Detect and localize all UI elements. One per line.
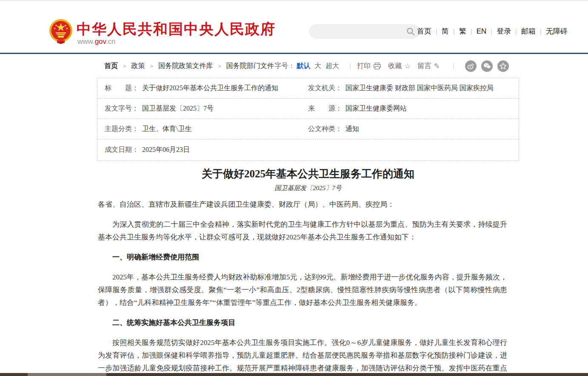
nav-mail[interactable]: 邮箱 bbox=[521, 26, 536, 36]
meta-row-docnum-source: 发文字号： 国卫基层发〔2025〕7号 来 源： 国家卫生健康委网站 bbox=[97, 99, 519, 119]
nav-separator: | bbox=[491, 28, 492, 35]
salutation-paragraph: 各省、自治区、直辖市及新疆生产建设兵团卫生健康委、财政厅（局）、中医药局、疾控局… bbox=[98, 198, 507, 211]
meta-doc-number-value: 国卫基层发〔2025〕7号 bbox=[142, 104, 214, 113]
breadcrumb-policy[interactable]: 政策 bbox=[131, 62, 145, 71]
meta-title-label: 标 题： bbox=[105, 84, 139, 93]
meta-row-category-type: 主题分类： 卫生、体育\卫生 公文种类： 通知 bbox=[97, 119, 519, 140]
meta-source-value: 国家卫生健康委网站 bbox=[345, 104, 407, 113]
favorite-label: 收藏 bbox=[388, 62, 402, 71]
section-paragraph-2: 按照相关服务规范切实做好2025年基本公共卫生服务项目实施工作。强化0～6岁儿童… bbox=[98, 336, 507, 376]
nav-accessibility[interactable]: 无障碍 bbox=[546, 26, 568, 36]
meta-source-label: 来 源： bbox=[308, 104, 342, 113]
document-meta-table: 标 题： 关于做好2025年基本公共卫生服务工作的通知 发文机关： 国家卫生健康… bbox=[97, 78, 519, 161]
font-size-label: 字号： bbox=[274, 62, 295, 71]
nav-separator: | bbox=[453, 28, 455, 35]
breadcrumb-policy-library[interactable]: 国务院政策文件库 bbox=[158, 62, 213, 71]
section-heading-2: 二、统筹实施好基本公共卫生服务项目 bbox=[98, 316, 507, 329]
document-body: 各省、自治区、直辖市及新疆生产建设兵团卫生健康委、财政厅（局）、中医药局、疾控局… bbox=[98, 198, 507, 376]
url-cn: .cn bbox=[106, 37, 116, 46]
meta-title-value: 关于做好2025年基本公共卫生服务工作的通知 bbox=[142, 84, 278, 93]
weibo-icon[interactable] bbox=[465, 60, 477, 72]
toolbar: 字号： 默认 大 超大 | 打印 收藏 ☆ 留言 bbox=[274, 60, 509, 72]
meta-row-date: 成文日期： 2025年06月23日 bbox=[97, 140, 519, 160]
nav-separator: | bbox=[436, 28, 437, 35]
printer-icon bbox=[373, 63, 381, 70]
document-title: 关于做好2025年基本公共卫生服务工作的通知 bbox=[97, 167, 519, 181]
footer-bar bbox=[0, 373, 588, 376]
search-box bbox=[309, 24, 420, 39]
scrollbar-thumb[interactable] bbox=[28, 373, 106, 376]
pencil-icon: ✎ bbox=[434, 62, 440, 71]
breadcrumb-toolbar-row: 首页 > 政策 > 国务院政策文件库 > 国务院部门文件 字号： 默认 大 超大… bbox=[97, 60, 519, 72]
document-number: 国卫基层发〔2025〕7号 bbox=[97, 184, 519, 192]
font-size-xlarge[interactable]: 超大 bbox=[325, 62, 339, 71]
url-www: www. bbox=[77, 37, 95, 46]
font-size-default[interactable]: 默认 bbox=[297, 62, 310, 71]
nav-separator: | bbox=[540, 28, 542, 35]
meta-issuing-agency-label: 发文机关： bbox=[308, 84, 342, 93]
top-nav: 首页| 简| 繁| EN| 登录| 邮箱| 无障碍 bbox=[417, 26, 568, 36]
comment-button[interactable]: 留言 ✎ bbox=[418, 62, 440, 71]
toolbar-divider: | bbox=[453, 62, 454, 70]
breadcrumb-home[interactable]: 首页 bbox=[104, 62, 118, 71]
search-input[interactable] bbox=[309, 25, 404, 38]
star-icon: ☆ bbox=[404, 62, 411, 71]
meta-date-label: 成文日期： bbox=[105, 145, 139, 154]
meta-issuing-agency-value: 国家卫生健康委 财政部 国家中医药局 国家疾控局 bbox=[345, 84, 494, 93]
print-label: 打印 bbox=[357, 62, 371, 71]
breadcrumb-separator: > bbox=[123, 63, 126, 69]
meta-doc-type-label: 公文种类： bbox=[308, 125, 342, 134]
site-title: 中华人民共和国中央人民政府 bbox=[77, 20, 276, 39]
breadcrumb-department-docs[interactable]: 国务院部门文件 bbox=[226, 62, 274, 71]
nav-login[interactable]: 登录 bbox=[497, 26, 511, 36]
section-heading-1: 一、明确新增经费使用范围 bbox=[98, 251, 507, 264]
search-icon[interactable] bbox=[404, 25, 417, 38]
nav-home[interactable]: 首页 bbox=[417, 26, 431, 36]
meta-doc-number-label: 发文字号： bbox=[105, 104, 139, 113]
breadcrumb-separator: > bbox=[218, 63, 221, 69]
url-gov: gov bbox=[95, 37, 106, 46]
breadcrumb: 首页 > 政策 > 国务院政策文件库 > 国务院部门文件 bbox=[104, 62, 274, 71]
meta-category-value: 卫生、体育\卫生 bbox=[142, 125, 191, 134]
site-url: www.gov.cn bbox=[77, 37, 115, 46]
nav-english[interactable]: EN bbox=[477, 27, 487, 36]
print-button[interactable]: 打印 bbox=[357, 62, 381, 71]
font-size-large[interactable]: 大 bbox=[314, 62, 321, 71]
breadcrumb-separator: > bbox=[150, 63, 154, 69]
toolbar-divider: | bbox=[349, 62, 351, 70]
nav-separator: | bbox=[515, 28, 517, 35]
header-divider bbox=[0, 53, 588, 54]
star-share-icon[interactable] bbox=[497, 60, 509, 72]
site-header: 中华人民共和国中央人民政府 www.gov.cn 首页| 简| 繁| EN| 登… bbox=[0, 1, 588, 53]
section-paragraph-1: 2025年，基本公共卫生服务经费人均财政补助标准增加5元，达到99元。新增经费用… bbox=[98, 271, 507, 309]
intro-paragraph: 为深入贯彻党的二十届三中全会精神，落实新时代党的卫生与健康工作方针中以基层为重点… bbox=[98, 218, 507, 244]
nav-simplified[interactable]: 简 bbox=[442, 26, 449, 36]
meta-category-label: 主题分类： bbox=[105, 125, 139, 134]
favorite-button[interactable]: 收藏 ☆ bbox=[388, 62, 411, 71]
meta-row-title-agency: 标 题： 关于做好2025年基本公共卫生服务工作的通知 发文机关： 国家卫生健康… bbox=[97, 78, 519, 99]
nav-separator: | bbox=[471, 28, 472, 35]
comment-label: 留言 bbox=[418, 62, 431, 71]
meta-doc-type-value: 通知 bbox=[345, 125, 359, 134]
nav-traditional[interactable]: 繁 bbox=[459, 26, 466, 36]
meta-date-value: 2025年06月23日 bbox=[142, 145, 190, 154]
wechat-icon[interactable] bbox=[481, 60, 493, 72]
page: 中华人民共和国中央人民政府 www.gov.cn 首页| 简| 繁| EN| 登… bbox=[0, 0, 588, 376]
national-emblem-icon bbox=[49, 19, 73, 44]
